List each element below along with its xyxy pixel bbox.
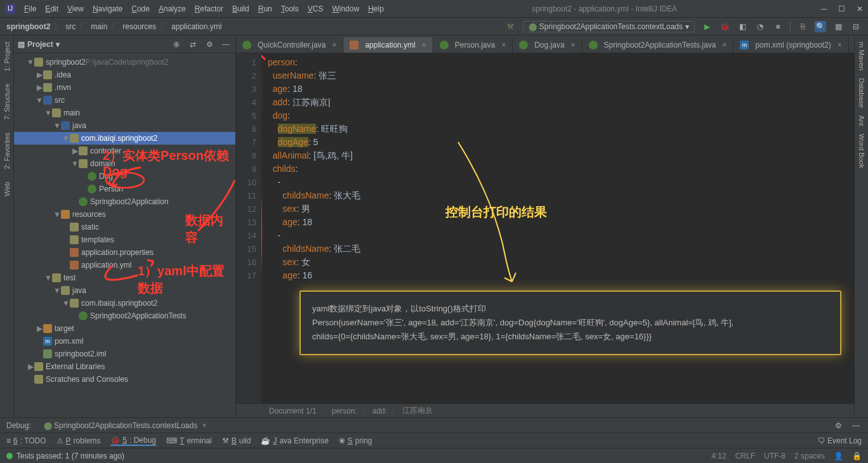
line-separator[interactable]: CRLF: [735, 452, 755, 460]
bottom-tab[interactable]: ⚒ Build: [222, 436, 251, 445]
tree-item[interactable]: ▼src: [14, 94, 235, 107]
gear-icon[interactable]: ⚙: [832, 420, 844, 431]
code-line[interactable]: dogName: 旺旺狗: [268, 122, 854, 136]
code-line[interactable]: sex: 女: [268, 256, 854, 269]
tree-item[interactable]: ▶controller: [14, 145, 235, 157]
bottom-tab[interactable]: 🐞 5: Debug: [110, 436, 156, 446]
close-icon[interactable]: ×: [202, 421, 207, 430]
locate-icon[interactable]: ⊕: [171, 39, 182, 50]
expand-icon[interactable]: ⇄: [187, 39, 199, 50]
tree-item[interactable]: ▼main: [14, 107, 235, 119]
profile-button[interactable]: ◔: [754, 21, 766, 32]
tree-item[interactable]: Person: [14, 183, 235, 195]
layout-button[interactable]: ▦: [832, 21, 844, 32]
code-line[interactable]: age: 16: [268, 269, 854, 282]
debug-config-tab[interactable]: ⬤ Springboot2ApplicationTests.contextLoa…: [39, 420, 212, 431]
tree-item[interactable]: ▶.mvn: [14, 81, 235, 94]
close-icon[interactable]: ×: [722, 41, 727, 49]
hammer-icon[interactable]: ⚒: [505, 21, 516, 32]
tree-item[interactable]: ▼test: [14, 271, 235, 284]
bottom-tab[interactable]: ⚠ Problems: [56, 436, 101, 445]
tool-tab[interactable]: 2: Favorites: [2, 129, 12, 173]
code-line[interactable]: childsName: 张大毛: [268, 189, 854, 202]
code-line[interactable]: -: [268, 229, 854, 242]
tree-item[interactable]: Scratches and Consoles: [14, 373, 235, 386]
crumb-item[interactable]: add:: [372, 407, 387, 415]
coverage-button[interactable]: ◧: [737, 21, 748, 32]
bottom-tab[interactable]: ☕ Java Enterprise: [261, 436, 328, 445]
inspection-icon[interactable]: 👤: [834, 452, 843, 460]
tree-item[interactable]: ▼domain: [14, 157, 235, 170]
menu-build[interactable]: Build: [228, 3, 253, 15]
hide-button[interactable]: ⊟: [850, 21, 862, 32]
tool-tab[interactable]: Web: [2, 178, 12, 200]
menu-analyze[interactable]: Analyze: [155, 3, 190, 15]
project-tree[interactable]: ▼springboot2 F:\javaCode\springboot2▶.id…: [14, 53, 235, 417]
tree-item[interactable]: ▼com.ibaiqi.springboot2: [14, 297, 235, 310]
collapse-icon[interactable]: —: [220, 39, 232, 50]
close-button[interactable]: ✕: [857, 4, 863, 13]
tree-item[interactable]: springboot2.iml: [14, 348, 235, 360]
minimize-button[interactable]: ─: [821, 4, 827, 13]
menu-view[interactable]: View: [63, 3, 88, 15]
code-line[interactable]: -: [268, 176, 854, 189]
bottom-tab[interactable]: ❀ Spring: [339, 436, 372, 445]
tree-item[interactable]: Springboot2ApplicationTests: [14, 310, 235, 322]
crumb-item[interactable]: 江苏南京: [402, 405, 433, 416]
event-log[interactable]: 🗨 Event Log: [818, 436, 862, 445]
breadcrumb-item[interactable]: main: [91, 22, 107, 31]
menu-help[interactable]: Help: [364, 3, 388, 15]
close-icon[interactable]: ×: [838, 41, 842, 49]
encoding[interactable]: UTF-8: [764, 452, 786, 460]
tree-item[interactable]: ▼com.ibaiqi.springboot2: [14, 132, 235, 145]
code-line[interactable]: age: 18: [268, 216, 854, 229]
close-icon[interactable]: ×: [422, 41, 426, 49]
close-icon[interactable]: ×: [571, 41, 575, 49]
tree-item[interactable]: ▼resources: [14, 208, 235, 221]
tree-item[interactable]: ▼java: [14, 284, 235, 297]
breadcrumb-item[interactable]: resources: [122, 22, 156, 31]
git-button[interactable]: ⎘: [797, 21, 808, 32]
code-line[interactable]: dogAge: 5: [268, 136, 854, 149]
gear-icon[interactable]: ⚙: [204, 39, 215, 50]
tool-tab[interactable]: Ant: [857, 112, 867, 130]
code-content[interactable]: 控制台打印的结果 person: userName: 张三 age: 18 ad…: [261, 53, 854, 403]
tool-tab[interactable]: m Maven: [857, 38, 867, 74]
code-area[interactable]: 1234567891011121314151617 控制台打印的结果 perso…: [236, 53, 854, 403]
code-line[interactable]: age: 18: [268, 82, 854, 96]
tree-item[interactable]: mpom.xml: [14, 335, 235, 348]
tool-tab[interactable]: 1: Project: [2, 38, 12, 75]
tree-item[interactable]: ▼java: [14, 119, 235, 132]
editor-tab[interactable]: mpom.xml (springboot2)×: [733, 37, 848, 53]
menu-code[interactable]: Code: [128, 3, 154, 15]
breadcrumb-item[interactable]: springboot2: [6, 22, 50, 31]
tree-item[interactable]: templates: [14, 233, 235, 246]
breadcrumb-item[interactable]: src: [65, 22, 76, 31]
menu-navigate[interactable]: Navigate: [89, 3, 126, 15]
menu-file[interactable]: File: [20, 3, 40, 15]
editor-tab[interactable]: application.yml×: [343, 37, 433, 53]
code-line[interactable]: person:: [268, 56, 854, 69]
crumb-item[interactable]: person:: [332, 407, 357, 415]
code-line[interactable]: dog:: [268, 109, 854, 122]
menu-tools[interactable]: Tools: [277, 3, 303, 15]
menu-window[interactable]: Window: [328, 3, 363, 15]
code-line[interactable]: allAnimal: [鸟,鸡, 牛]: [268, 149, 854, 162]
bottom-tab[interactable]: ≡ 6: TODO: [6, 436, 46, 445]
menu-edit[interactable]: Edit: [41, 3, 62, 15]
project-panel-title[interactable]: ▤Project▾: [18, 40, 60, 49]
bottom-tab[interactable]: ⌨ Terminal: [166, 436, 212, 445]
code-line[interactable]: add: 江苏南京|: [268, 96, 854, 109]
code-line[interactable]: sex: 男: [268, 202, 854, 216]
tree-item[interactable]: static: [14, 221, 235, 233]
maximize-button[interactable]: ☐: [838, 4, 845, 13]
tool-tab[interactable]: Database: [857, 74, 867, 112]
menu-refactor[interactable]: Refactor: [191, 3, 227, 15]
editor-tab[interactable]: Dog.java×: [513, 37, 582, 53]
tool-tab[interactable]: 7: Structure: [2, 80, 12, 124]
editor-tab[interactable]: Person.java×: [433, 37, 513, 53]
menu-vcs[interactable]: VCS: [304, 3, 327, 15]
indent[interactable]: 2 spaces: [794, 452, 825, 460]
breadcrumb-item[interactable]: application.yml: [171, 22, 221, 31]
stop-button[interactable]: ■: [772, 21, 784, 32]
